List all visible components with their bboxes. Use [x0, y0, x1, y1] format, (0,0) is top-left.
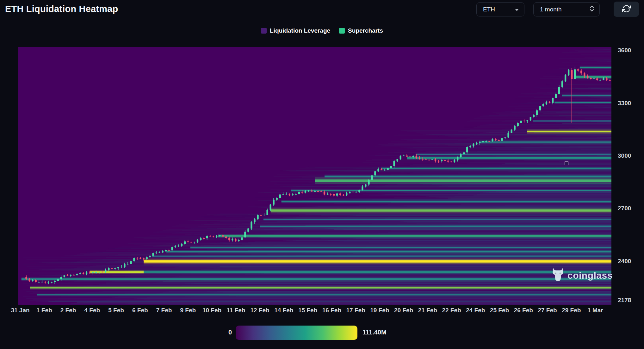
x-axis-label: 24 Feb: [466, 307, 485, 314]
x-axis-label: 31 Jan: [11, 307, 29, 314]
x-axis-label: 7 Feb: [156, 307, 172, 314]
legend-swatch: [261, 28, 267, 34]
refresh-button[interactable]: [614, 2, 639, 17]
cursor-marker: [565, 162, 568, 165]
x-axis-label: 1 Feb: [36, 307, 52, 314]
y-axis-label: 3000: [618, 152, 631, 159]
x-axis-label: 1 Mar: [587, 307, 603, 314]
x-axis-label: 5 Feb: [108, 307, 124, 314]
x-axis-label: 14 Feb: [274, 307, 293, 314]
chevron-down-icon: [515, 6, 519, 13]
x-axis-label: 16 Feb: [322, 307, 341, 314]
legend-label: Supercharts: [348, 27, 383, 34]
x-axis-label: 27 Feb: [538, 307, 557, 314]
y-axis-label: 2700: [618, 205, 631, 212]
symbol-select[interactable]: ETH: [476, 2, 524, 16]
legend-item-1[interactable]: Supercharts: [339, 27, 383, 34]
y-axis-label: 3300: [618, 100, 631, 107]
refresh-icon: [622, 4, 631, 14]
x-axis-label: 6 Feb: [132, 307, 148, 314]
y-axis-label: 2400: [618, 258, 631, 265]
legend-swatch: [339, 28, 345, 34]
range-select-value: 1 month: [540, 6, 562, 13]
x-axis-label: 15 Feb: [298, 307, 317, 314]
symbol-select-value: ETH: [483, 6, 495, 13]
x-axis-label: 20 Feb: [394, 307, 413, 314]
x-axis-label: 4 Feb: [84, 307, 100, 314]
x-axis-label: 25 Feb: [490, 307, 509, 314]
heatmap-plot-area[interactable]: [18, 47, 611, 305]
chart-legend: Liquidation LeverageSupercharts: [0, 27, 644, 34]
page-title: ETH Liquidation Heatmap: [5, 4, 118, 14]
colorbar-gradient[interactable]: [236, 326, 357, 340]
x-axis-label: 9 Feb: [180, 307, 196, 314]
x-axis-label: 26 Feb: [514, 307, 533, 314]
range-select[interactable]: 1 month: [533, 2, 600, 16]
x-axis-label: 19 Feb: [370, 307, 389, 314]
legend-label: Liquidation Leverage: [270, 27, 330, 34]
x-axis-label: 22 Feb: [442, 307, 461, 314]
liquidation-heatmap-canvas[interactable]: [18, 47, 611, 305]
x-axis-label: 10 Feb: [202, 307, 221, 314]
legend-item-0[interactable]: Liquidation Leverage: [261, 27, 330, 34]
x-axis-label: 29 Feb: [562, 307, 581, 314]
y-axis-label: 3600: [618, 47, 631, 54]
colorbar-max-label: 111.40M: [362, 329, 387, 336]
y-axis-label: 2178: [618, 297, 631, 304]
colorbar-min-label: 0: [210, 329, 232, 336]
x-axis-label: 2 Feb: [60, 307, 76, 314]
chevron-up-down-icon: [589, 5, 594, 14]
x-axis-label: 11 Feb: [226, 307, 245, 314]
x-axis-label: 21 Feb: [418, 307, 437, 314]
x-axis-label: 12 Feb: [250, 307, 269, 314]
x-axis-label: 17 Feb: [346, 307, 365, 314]
